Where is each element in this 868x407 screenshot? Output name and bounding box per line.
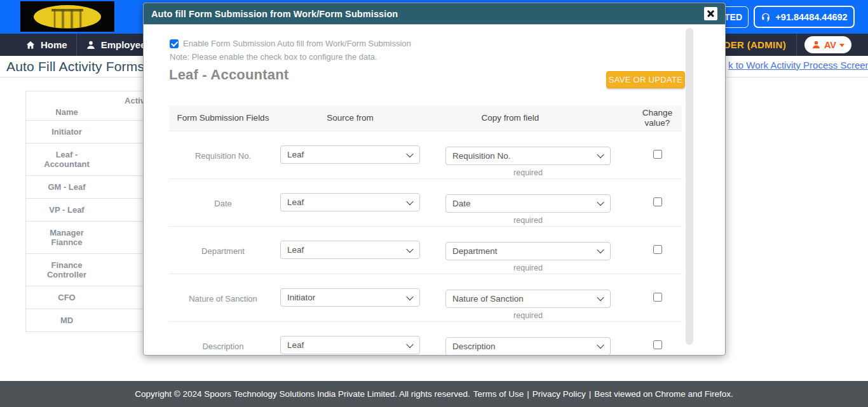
footer-separator: | — [589, 389, 592, 399]
chevron-down-icon — [406, 340, 413, 347]
name-column-header: Name — [26, 107, 107, 117]
privacy-policy-link[interactable]: Privacy Policy — [532, 389, 586, 399]
activity-name: Finance Controller — [26, 254, 107, 286]
activity-name: CFO — [26, 286, 107, 309]
change-value-checkbox[interactable] — [653, 245, 662, 254]
copy-from-value: Department — [452, 246, 498, 256]
modal-title: Auto fill Form Submission from Work/Form… — [151, 9, 398, 19]
chevron-down-icon — [597, 246, 604, 253]
required-hint: required — [513, 216, 543, 225]
field-label: Date — [169, 199, 277, 226]
header-change-value: Change value? — [633, 108, 682, 128]
logo-oval-icon — [34, 5, 101, 29]
form-field-row: Department Leaf Department required — [169, 227, 682, 274]
fields-table-header: Form Submission Fields Source from Copy … — [169, 105, 682, 131]
footer: Copyright © 2024 Spoors Technology Solut… — [0, 381, 868, 407]
logo-emblem-icon — [51, 9, 83, 29]
close-icon[interactable] — [704, 7, 717, 20]
change-value-checkbox[interactable] — [653, 293, 662, 302]
section-title: Leaf - Accountant — [169, 67, 288, 83]
chevron-down-icon — [406, 197, 413, 204]
source-from-value: Leaf — [287, 340, 304, 350]
activity-name: Manager Fiannce — [26, 222, 107, 253]
chevron-down-icon — [406, 245, 413, 252]
source-from-value: Leaf — [287, 150, 304, 159]
footer-copyright: Copyright © 2024 Spoors Technology Solut… — [135, 389, 470, 399]
form-field-row: Date Leaf Date required — [169, 179, 682, 227]
change-value-checkbox[interactable] — [653, 197, 662, 206]
activity-name: Leaf - Accountant — [26, 143, 107, 175]
caret-down-icon — [839, 44, 844, 47]
form-field-row: Description Leaf Description — [169, 322, 682, 356]
employees-icon — [86, 40, 96, 50]
phone-button[interactable]: +91.84484.44692 — [754, 6, 855, 28]
form-fields-table: Form Submission Fields Source from Copy … — [169, 105, 682, 356]
copy-from-select[interactable]: Requisition No. — [445, 147, 611, 165]
source-from-select[interactable]: Initiator — [280, 288, 420, 307]
chevron-down-icon — [406, 150, 413, 157]
form-field-row: Nature of Sanction Initiator Nature of S… — [169, 274, 682, 322]
enable-autofill-label: Enable Form Submission Auto fill from Wo… — [183, 39, 411, 48]
field-label: Description — [169, 342, 277, 356]
headset-icon — [761, 12, 771, 22]
chevron-down-icon — [597, 151, 604, 158]
form-field-row: Requisition No. Leaf Requisition No. req… — [169, 131, 682, 179]
page-title: Auto Fill Activity Forms — [6, 59, 144, 74]
source-from-value: Initiator — [287, 293, 315, 302]
header-form-submission-fields: Form Submission Fields — [169, 113, 277, 123]
enable-autofill-checkbox[interactable] — [170, 39, 179, 48]
field-label: Requisition No. — [169, 151, 277, 178]
required-hint: required — [513, 168, 543, 178]
activity-name: VP - Leaf — [26, 199, 107, 221]
source-from-select[interactable]: Leaf — [280, 193, 420, 211]
required-hint: required — [513, 264, 543, 273]
activity-name: MD — [26, 309, 107, 331]
source-from-select[interactable]: Leaf — [280, 145, 420, 164]
header-copy-from-field: Copy from field — [423, 113, 633, 123]
copy-from-select[interactable]: Description — [445, 337, 611, 356]
nav-divider — [796, 34, 797, 56]
modal-note: Note: Please enable the check box to con… — [170, 52, 377, 62]
nav-home-label: Home — [41, 39, 67, 50]
home-icon — [25, 40, 36, 50]
fields-rows: Requisition No. Leaf Requisition No. req… — [169, 131, 682, 356]
nav-item-home[interactable]: Home — [0, 34, 76, 56]
copy-from-select[interactable]: Nature of Sanction — [445, 290, 611, 308]
chevron-down-icon — [597, 294, 604, 301]
source-from-select[interactable]: Leaf — [280, 241, 420, 259]
footer-separator: | — [527, 389, 529, 399]
chevron-down-icon — [406, 293, 413, 300]
copy-from-value: Nature of Sanction — [452, 294, 524, 304]
copy-from-select[interactable]: Date — [445, 194, 611, 213]
copy-from-value: Date — [452, 199, 471, 208]
change-value-checkbox[interactable] — [653, 340, 662, 349]
chevron-down-icon — [597, 199, 604, 206]
back-to-work-activity-link[interactable]: k to Work Activity Process Screen — [728, 60, 868, 70]
user-avatar-icon — [811, 40, 821, 50]
enable-autofill-row: Enable Form Submission Auto fill from Wo… — [170, 39, 411, 48]
screen: TED +91.84484.44692 Home Employees BUILD… — [0, 0, 868, 407]
save-or-update-button[interactable]: SAVE OR UPDATE — [606, 71, 685, 88]
modal-scrollbar[interactable] — [686, 28, 693, 345]
copy-from-select[interactable]: Department — [445, 242, 611, 260]
source-from-select[interactable]: Leaf — [280, 336, 420, 354]
field-label: Department — [169, 246, 277, 274]
company-logo[interactable] — [20, 1, 114, 32]
phone-number: +91.84484.44692 — [775, 12, 847, 22]
avatar-initials: AV — [824, 40, 836, 50]
change-value-checkbox[interactable] — [653, 150, 662, 159]
activity-name: GM - Leaf — [26, 176, 107, 198]
modal-header: Auto fill Form Submission from Work/Form… — [144, 3, 725, 25]
footer-best-viewed: Best viewed on Chrome and Firefox. — [594, 389, 733, 399]
avatar-menu-button[interactable]: AV — [804, 36, 851, 53]
required-hint: required — [513, 311, 543, 321]
header-source-from: Source from — [277, 113, 423, 123]
copy-from-value: Requisition No. — [452, 151, 511, 161]
get-started-label: TED — [724, 12, 742, 22]
source-from-value: Leaf — [287, 245, 304, 255]
autofill-modal: Auto fill Form Submission from Work/Form… — [143, 3, 726, 356]
source-from-value: Leaf — [287, 197, 304, 207]
chevron-down-icon — [597, 342, 604, 349]
copy-from-value: Description — [452, 342, 496, 351]
terms-of-use-link[interactable]: Terms of Use — [473, 389, 524, 399]
